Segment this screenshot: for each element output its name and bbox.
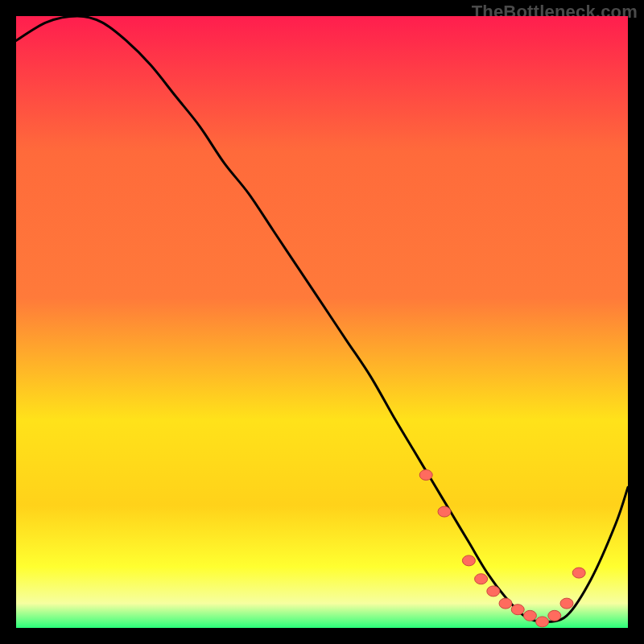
chart-container: TheBottleneck.com: [0, 0, 644, 644]
marker-point: [560, 598, 573, 609]
marker-point: [499, 598, 512, 609]
gradient-background: [16, 16, 628, 628]
marker-point: [523, 610, 536, 621]
marker-point: [511, 605, 524, 615]
marker-point: [419, 470, 432, 481]
marker-point: [536, 617, 549, 627]
marker-point: [462, 555, 475, 566]
marker-point: [548, 610, 561, 621]
marker-point: [475, 574, 488, 584]
marker-point: [487, 586, 500, 597]
marker-point: [572, 568, 585, 578]
bottleneck-chart: [16, 16, 628, 628]
marker-point: [438, 506, 451, 517]
plot-area: [16, 16, 628, 628]
